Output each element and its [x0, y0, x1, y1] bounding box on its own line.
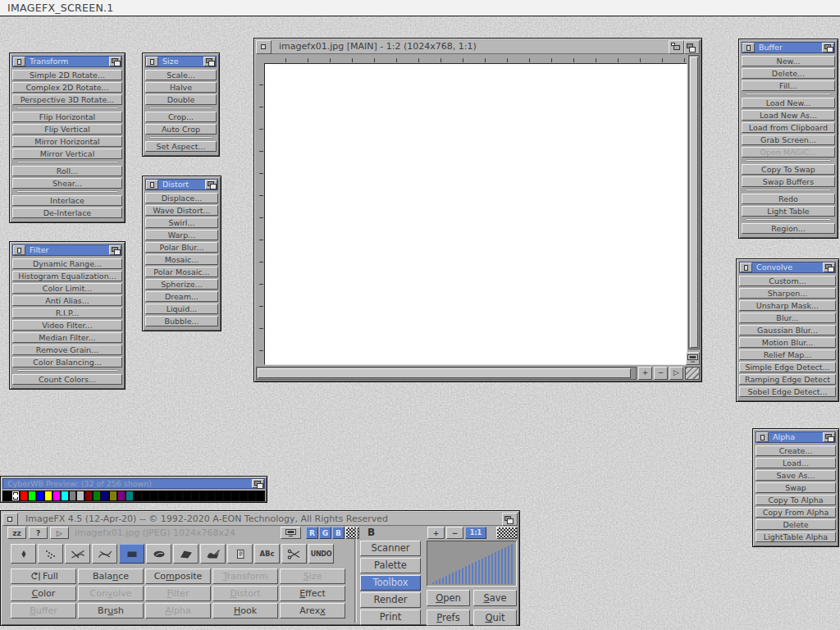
swatch-7[interactable] [62, 491, 68, 500]
copy-to-alpha-button[interactable]: Copy To Alpha [756, 495, 836, 505]
swatch-28[interactable] [232, 491, 239, 500]
arexx-button[interactable]: Arexx [280, 603, 345, 619]
open-button[interactable]: Open [427, 590, 470, 606]
fill-button[interactable]: Fill... [742, 80, 835, 91]
histogram-equalization-button[interactable]: Histogram Equalization... [12, 271, 122, 281]
filter-button[interactable]: Filter [145, 586, 211, 601]
swatch-26[interactable] [216, 491, 222, 500]
flip-horizontal-button[interactable]: Flip Horizontal [12, 112, 122, 122]
play-button[interactable]: ▷ [669, 367, 683, 380]
buffer-window[interactable]: BufferNew...Delete...Fill...Load New...L… [738, 39, 838, 239]
swatch-10[interactable] [85, 491, 92, 500]
load-new-button[interactable]: Load New... [742, 98, 835, 108]
text-tool[interactable]: ABc [254, 544, 280, 564]
new-button[interactable]: New... [742, 56, 835, 66]
zoom-gadget-icon[interactable] [669, 40, 684, 54]
box-tool[interactable] [119, 544, 144, 564]
dynamic-range-button[interactable]: Dynamic Range... [12, 258, 122, 269]
swatch-4[interactable] [37, 491, 43, 500]
size-titlebar[interactable]: Size [145, 56, 217, 67]
filter-window[interactable]: FilterDynamic Range...Histogram Equaliza… [9, 241, 126, 390]
swatch-25[interactable] [208, 491, 214, 500]
prefs-button[interactable]: Prefs [427, 609, 470, 626]
print-button[interactable]: Print [360, 609, 421, 625]
quit-button[interactable]: Quit [473, 609, 517, 626]
r-i-p-button[interactable]: R.I.P... [12, 308, 122, 318]
depth-gadget-icon[interactable] [823, 262, 835, 272]
flip-vertical-button[interactable]: Flip Vertical [12, 124, 122, 135]
close-icon[interactable] [742, 43, 755, 52]
complex-2d-rotate-button[interactable]: Complex 2D Rotate... [12, 82, 122, 93]
depth-gadget-icon[interactable] [502, 513, 518, 526]
swatch-8[interactable] [70, 491, 76, 500]
relief-map-button[interactable]: Relief Map... [739, 349, 836, 360]
distort-titlebar[interactable]: Distort [145, 179, 218, 190]
swatch-5[interactable] [45, 491, 52, 500]
swatch-13[interactable] [110, 491, 116, 500]
swap-button[interactable]: Swap [756, 482, 836, 493]
image-canvas[interactable] [264, 63, 687, 365]
simple-2d-rotate-button[interactable]: Simple 2D Rotate... [12, 70, 122, 80]
light-table-button[interactable]: Light Table [742, 206, 835, 217]
scale-button[interactable]: Scale... [145, 70, 217, 80]
distort-window[interactable]: DistortDisplace...Wave Distort...Swirl..… [142, 176, 221, 331]
swatch-15[interactable] [126, 491, 133, 500]
swatch-11[interactable] [94, 491, 100, 500]
zoom-in-button[interactable]: + [638, 367, 652, 380]
balance-button[interactable]: Balance [78, 568, 144, 584]
auto-crop-button[interactable]: Auto Crop [145, 124, 217, 135]
swatch-30[interactable] [249, 491, 255, 500]
interlace-button[interactable]: Interlace [12, 195, 122, 206]
depth-gadget-icon[interactable] [109, 57, 121, 66]
close-icon[interactable] [740, 262, 752, 272]
swirl-button[interactable]: Swirl... [145, 217, 218, 228]
create-button[interactable]: Create... [756, 445, 836, 456]
screen-mode-button[interactable] [281, 527, 301, 539]
double-button[interactable]: Double [145, 94, 217, 105]
oval-tool[interactable] [146, 544, 171, 564]
clip-tool[interactable] [227, 544, 253, 564]
channel-alpha-toggle[interactable] [345, 527, 359, 539]
size-button[interactable]: Size [280, 568, 345, 584]
warp-button[interactable]: Warp... [145, 230, 218, 240]
palette-window[interactable]: CyberWB Preview: (32 of 256 shown) [0, 476, 267, 503]
depth-gadget-icon[interactable] [205, 180, 217, 189]
de-interlace-button[interactable]: De-Interlace [12, 208, 122, 218]
filter-titlebar[interactable]: Filter [12, 244, 122, 256]
mirror-vertical-button[interactable]: Mirror Vertical [12, 148, 122, 159]
convolve-window[interactable]: ConvolveCustom...Sharpen...Unsharp Mask.… [736, 258, 839, 402]
transform-window[interactable]: TransformSimple 2D Rotate...Complex 2D R… [9, 52, 126, 223]
toolbox-button[interactable]: Toolbox [360, 575, 421, 591]
point-tool[interactable] [11, 544, 36, 564]
depth-gadget-icon[interactable] [109, 245, 121, 255]
alpha-window[interactable]: AlphaCreate...Load...Save As...SwapCopy … [752, 428, 839, 547]
count-colors-button[interactable]: Count Colors... [12, 374, 122, 385]
swatch-12[interactable] [102, 491, 108, 500]
vertical-scrollbar[interactable] [688, 55, 700, 349]
bubble-button[interactable]: Bubble... [145, 316, 218, 326]
mosaic-button[interactable]: Mosaic... [145, 254, 218, 265]
spherize-button[interactable]: Spherize... [145, 279, 218, 290]
shear-button[interactable]: Shear... [12, 178, 122, 189]
wave-distort-button[interactable]: Wave Distort... [145, 205, 218, 216]
color-button[interactable]: Color [11, 586, 76, 601]
convolve-titlebar[interactable]: Convolve [739, 262, 836, 273]
sharpen-button[interactable]: Sharpen... [739, 288, 836, 299]
remove-grain-button[interactable]: Remove Grain... [12, 345, 122, 355]
scanner-button[interactable]: Scanner [360, 541, 421, 556]
buffer-titlebar[interactable]: Buffer [742, 42, 835, 53]
zoom-one-to-one-button[interactable]: 1:1 [465, 527, 486, 539]
swatch-24[interactable] [200, 491, 207, 500]
depth-gadget-icon[interactable] [822, 43, 834, 52]
screen-mode-button[interactable] [686, 352, 700, 365]
swatch-27[interactable] [224, 491, 231, 500]
swatch-16[interactable] [135, 491, 141, 500]
render-button[interactable]: Render [360, 592, 421, 608]
zoom-out-button[interactable]: − [654, 367, 668, 380]
mirror-horizontal-button[interactable]: Mirror Horizontal [12, 136, 122, 147]
zoom-in-button[interactable]: + [427, 527, 445, 539]
color-balancing-button[interactable]: Color Balancing... [12, 357, 122, 368]
lighttable-alpha-button[interactable]: LightTable Alpha [756, 532, 836, 542]
depth-gadget-icon[interactable] [252, 479, 264, 488]
gaussian-blur-button[interactable]: Gaussian Blur... [739, 325, 836, 336]
